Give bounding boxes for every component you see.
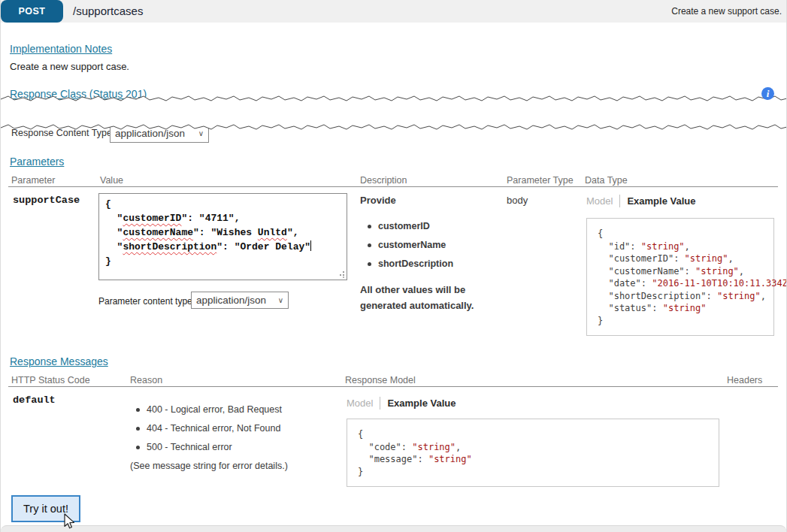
col-parameter-type: Parameter Type [507,175,574,186]
reason-note: (See message string for error details.) [130,461,288,471]
tab-example-value[interactable]: Example Value [627,195,695,207]
tab-model[interactable]: Model [586,195,613,207]
parameter-content-type-value: application/json [196,295,266,306]
col-headers: Headers [727,375,762,385]
response-content-type-label: Response Content Type [11,128,112,138]
col-description: Description [360,175,407,186]
response-model-tabs: Model Example Value [347,397,456,410]
info-icon[interactable]: i [761,87,774,100]
operation-summary: Create a new support case. [671,6,782,17]
chevron-down-icon: ∨ [198,129,204,138]
mouse-cursor-icon [63,513,77,531]
response-content-type-select[interactable]: application/json ∨ [110,123,209,143]
response-messages-heading[interactable]: Response Messages [10,355,108,367]
col-reason: Reason [130,375,162,385]
col-data-type: Data Type [585,175,628,186]
data-type-tabs: Model Example Value [586,195,695,207]
info-icon-glyph: i [767,88,770,100]
col-value: Value [100,175,123,186]
chevron-down-icon: ∨ [278,296,283,304]
api-operation-panel: POST /supportcases Create a new support … [0,0,787,532]
parameters-header-rule [8,186,778,187]
panel-bottom-edge [1,525,786,532]
tab-divider [380,397,380,410]
response-messages-header-rule [8,386,778,387]
parameter-name: supportCase [13,195,80,206]
col-parameter: Parameter [11,175,55,186]
tab-example-value[interactable]: Example Value [387,397,456,409]
col-response-model: Response Model [345,375,416,385]
parameter-content-type-label: Parameter content type: [98,296,195,307]
implementation-notes-text: Create a new support case. [10,61,129,72]
reason-bullet-list: 400 - Logical error, Bad Request404 - Te… [136,404,282,461]
tab-divider [619,195,620,207]
parameter-body-textarea[interactable]: { "customerID": "4711", "customerName": … [98,193,347,280]
col-http-status-code: HTTP Status Code [11,375,90,385]
operation-header-bar[interactable]: POST /supportcases Create a new support … [1,0,787,23]
description-note: All other values will be generated autom… [360,282,499,313]
description-bullet-list: customerIDcustomerNameshortDescription [368,221,453,277]
response-class-heading[interactable]: Response Class (Status 201) [10,88,147,100]
response-model-example-box: { "code": "string", "message": "string"} [347,419,719,487]
resize-grip-icon[interactable] [338,271,345,278]
description-intro: Provide [360,195,396,206]
data-type-example-box: { "id": "string", "customerID": "string"… [586,218,774,336]
implementation-notes-link[interactable]: Implementation Notes [10,43,112,55]
status-code-value: default [13,394,56,406]
tab-model[interactable]: Model [347,397,373,409]
response-content-type-value: application/json [115,128,185,139]
parameters-heading[interactable]: Parameters [10,156,64,168]
parameter-type-value: body [507,195,528,206]
http-method-badge[interactable]: POST [1,0,63,23]
parameter-content-type-select[interactable]: application/json ∨ [191,292,289,309]
endpoint-path: /supportcases [73,5,143,17]
